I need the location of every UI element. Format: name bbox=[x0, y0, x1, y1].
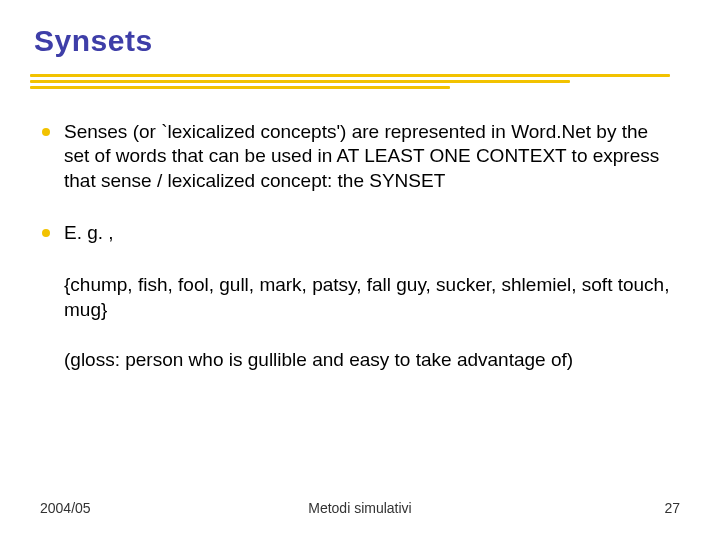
footer-title: Metodi simulativi bbox=[0, 500, 720, 516]
paragraph: {chump, fish, fool, gull, mark, patsy, f… bbox=[64, 273, 670, 322]
content-area: Senses (or `lexicalized concepts') are r… bbox=[64, 120, 670, 398]
bullet-item: Senses (or `lexicalized concepts') are r… bbox=[64, 120, 670, 193]
page-number: 27 bbox=[664, 500, 680, 516]
slide-title: Synsets bbox=[34, 24, 153, 58]
underline-bar bbox=[30, 86, 450, 89]
bullet-text: Senses (or `lexicalized concepts') are r… bbox=[64, 121, 659, 191]
underline-bar bbox=[30, 74, 670, 77]
slide: Synsets Senses (or `lexicalized concepts… bbox=[0, 0, 720, 540]
underline-bar bbox=[30, 80, 570, 83]
bullet-text: E. g. , bbox=[64, 222, 114, 243]
paragraph: (gloss: person who is gullible and easy … bbox=[64, 348, 670, 372]
title-underline bbox=[30, 74, 670, 92]
bullet-icon bbox=[42, 128, 50, 136]
bullet-icon bbox=[42, 229, 50, 237]
bullet-item: E. g. , bbox=[64, 221, 670, 245]
